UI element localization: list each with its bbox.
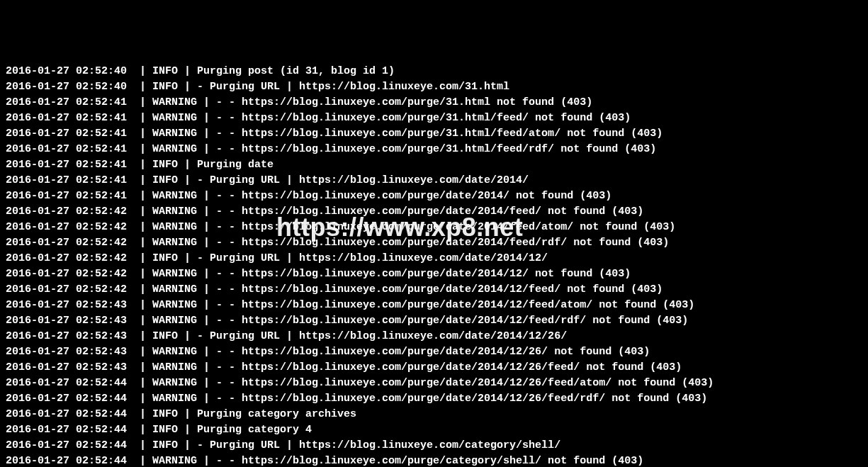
log-line: 2016-01-27 02:52:43 | INFO | - Purging U… <box>6 329 868 344</box>
log-line: 2016-01-27 02:52:44 | WARNING | - - http… <box>6 376 868 391</box>
log-line: 2016-01-27 02:52:42 | WARNING | - - http… <box>6 220 868 235</box>
log-line: 2016-01-27 02:52:44 | WARNING | - - http… <box>6 454 868 467</box>
log-line: 2016-01-27 02:52:43 | WARNING | - - http… <box>6 313 868 329</box>
log-line: 2016-01-27 02:52:40 | INFO | - Purging U… <box>6 79 868 95</box>
log-line: 2016-01-27 02:52:40 | INFO | Purging pos… <box>6 64 868 79</box>
log-line: 2016-01-27 02:52:41 | WARNING | - - http… <box>6 111 868 126</box>
log-line: 2016-01-27 02:52:43 | WARNING | - - http… <box>6 298 868 313</box>
terminal-log-output: 2016-01-27 02:52:40 | INFO | Purging pos… <box>6 64 868 467</box>
log-line: 2016-01-27 02:52:41 | WARNING | - - http… <box>6 189 868 204</box>
log-line: 2016-01-27 02:52:43 | WARNING | - - http… <box>6 344 868 360</box>
log-line: 2016-01-27 02:52:41 | INFO | Purging dat… <box>6 157 868 173</box>
log-line: 2016-01-27 02:52:42 | WARNING | - - http… <box>6 235 868 251</box>
log-line: 2016-01-27 02:52:44 | INFO | Purging cat… <box>6 422 868 438</box>
log-line: 2016-01-27 02:52:42 | WARNING | - - http… <box>6 282 868 298</box>
log-line: 2016-01-27 02:52:44 | WARNING | - - http… <box>6 391 868 407</box>
log-line: 2016-01-27 02:52:42 | WARNING | - - http… <box>6 266 868 282</box>
log-line: 2016-01-27 02:52:44 | INFO | Purging cat… <box>6 407 868 422</box>
log-line: 2016-01-27 02:52:41 | WARNING | - - http… <box>6 126 868 142</box>
log-line: 2016-01-27 02:52:41 | WARNING | - - http… <box>6 142 868 157</box>
log-line: 2016-01-27 02:52:42 | WARNING | - - http… <box>6 204 868 220</box>
log-line: 2016-01-27 02:52:44 | INFO | - Purging U… <box>6 438 868 454</box>
log-line: 2016-01-27 02:52:41 | WARNING | - - http… <box>6 95 868 111</box>
log-line: 2016-01-27 02:52:42 | INFO | - Purging U… <box>6 251 868 266</box>
log-line: 2016-01-27 02:52:43 | WARNING | - - http… <box>6 360 868 376</box>
log-line: 2016-01-27 02:52:41 | INFO | - Purging U… <box>6 173 868 189</box>
